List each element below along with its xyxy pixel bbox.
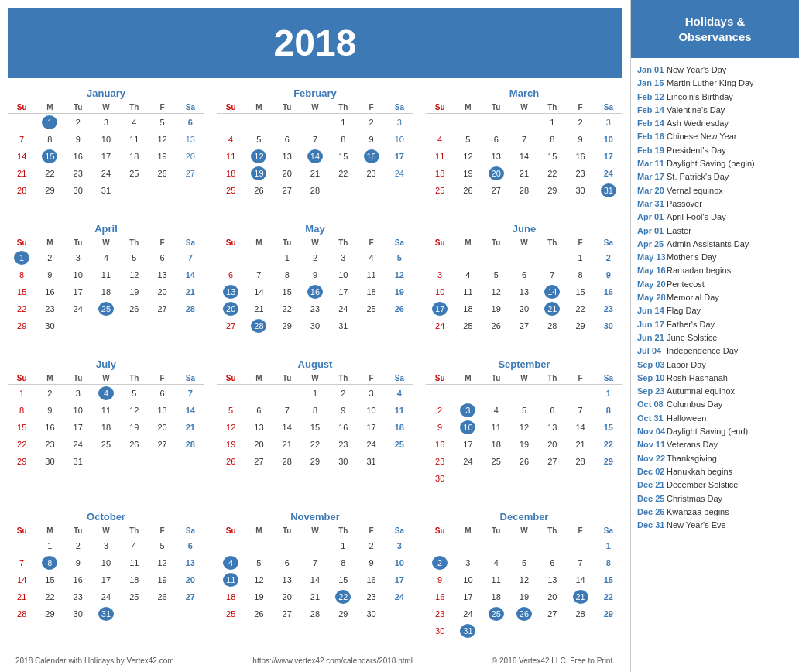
calendar-day: 6 [273, 131, 301, 148]
calendar-day: 30 [301, 317, 329, 334]
calendar-day: 17 [64, 419, 92, 436]
calendar-day: 1 [8, 249, 36, 267]
calendar-day: 11 [92, 266, 120, 283]
holiday-name: Memorial Day [667, 292, 719, 303]
holiday-name: Ramadan begins [667, 265, 731, 276]
calendar-day: 24 [92, 588, 120, 605]
calendar-day: 5 [454, 131, 482, 148]
calendar-day: 4 [217, 554, 245, 571]
holiday-date: May 16 [637, 265, 667, 276]
calendar-day: 17 [595, 148, 622, 165]
calendar-day [426, 385, 454, 403]
calendar-day: 20 [482, 165, 510, 182]
calendar-day: 25 [92, 436, 120, 453]
calendar-day: 11 [120, 554, 148, 571]
calendar-day: 16 [36, 283, 63, 300]
calendar-day [538, 385, 566, 403]
calendar-day: 6 [273, 554, 301, 571]
calendar-day [148, 605, 176, 622]
calendar-day: 12 [148, 131, 176, 148]
holiday-name: Mother's Day [667, 252, 716, 262]
calendar-day: 24 [386, 588, 413, 605]
calendar-day: 10 [329, 266, 357, 283]
calendar-day: 9 [426, 571, 454, 588]
holiday-name: Father's Day [667, 319, 715, 330]
calendar-day: 31 [357, 453, 385, 470]
calendar-day: 12 [120, 402, 148, 419]
calendar-day: 18 [92, 283, 120, 300]
month-table: SuMTuWThFSa12345678910111213141516171819… [8, 237, 204, 334]
calendar-day [217, 114, 245, 132]
calendar-day: 21 [177, 283, 204, 300]
holiday-date: Dec 25 [637, 493, 667, 504]
calendar-day: 7 [538, 266, 566, 283]
calendar-day: 20 [538, 588, 566, 605]
calendar-day: 5 [245, 554, 273, 571]
calendar-day: 12 [386, 266, 413, 283]
calendar-day [357, 317, 385, 334]
calendar-day: 13 [273, 571, 301, 588]
holiday-name: Kwanzaa begins [667, 506, 729, 517]
calendar-day: 17 [357, 419, 385, 436]
calendar-day: 21 [8, 165, 36, 182]
holiday-list: Jan 01New Year's DayJan 15Martin Luther … [631, 58, 799, 672]
calendar-day: 9 [64, 131, 92, 148]
calendar-day [386, 605, 413, 622]
calendar-day: 25 [217, 182, 245, 199]
calendar-day: 14 [177, 266, 204, 283]
calendar-day: 26 [217, 453, 245, 470]
calendar-day: 12 [217, 419, 245, 436]
month-table: SuMTuWThFSa12345678910111213141516171819… [426, 525, 622, 639]
holiday-date: Feb 14 [637, 118, 667, 129]
calendar-day: 22 [8, 436, 36, 453]
month-table: SuMTuWThFSa12345678910111213141516171819… [217, 101, 413, 199]
holiday-item: Nov 04Daylight Saving (end) [637, 426, 793, 437]
calendar-day: 30 [357, 605, 385, 622]
calendar-day: 26 [454, 182, 482, 199]
calendar-day: 10 [357, 402, 385, 419]
holiday-item: Jun 21June Solstice [637, 332, 793, 343]
calendar-day: 3 [64, 385, 92, 403]
holiday-item: Apr 01Easter [637, 225, 793, 236]
calendar-day [454, 385, 482, 403]
calendar-day: 20 [245, 436, 273, 453]
calendar-day: 29 [566, 317, 594, 334]
calendar-day: 12 [245, 571, 273, 588]
holiday-name: St. Patrick's Day [667, 171, 729, 182]
holiday-date: Feb 19 [637, 145, 667, 156]
calendar-day [177, 453, 204, 470]
calendar-day: 1 [329, 537, 357, 555]
holiday-date: May 28 [637, 292, 667, 303]
calendar-day: 3 [454, 402, 482, 419]
calendar-day: 9 [36, 402, 63, 419]
calendar-day: 10 [386, 554, 413, 571]
calendar-day [217, 249, 245, 267]
calendar-day: 5 [386, 249, 413, 267]
calendar-day: 11 [217, 571, 245, 588]
calendar-day: 19 [120, 283, 148, 300]
calendar-day: 15 [538, 148, 566, 165]
month-table: SuMTuWThFSa12345678910111213141516171819… [426, 237, 622, 334]
month-table: SuMTuWThFSa12345678910111213141516171819… [8, 372, 204, 470]
calendar-day: 1 [36, 537, 63, 555]
calendar-day: 19 [148, 571, 176, 588]
calendar-day: 18 [357, 283, 385, 300]
month-table: SuMTuWThFSa12345678910111213141516171819… [426, 101, 622, 199]
calendar-day [538, 249, 566, 267]
sidebar-header: Holidays &Observances [631, 0, 799, 58]
calendar-day: 12 [510, 419, 538, 436]
calendar-day: 27 [273, 182, 301, 199]
calendar-day: 31 [92, 182, 120, 199]
calendar-day: 19 [510, 436, 538, 453]
calendar-day: 10 [64, 402, 92, 419]
calendar-day [566, 385, 594, 403]
holiday-name: Admin Assistants Day [667, 238, 749, 249]
holiday-date: Oct 31 [637, 413, 667, 423]
holiday-date: Oct 08 [637, 399, 667, 410]
calendar-day: 19 [482, 300, 510, 317]
calendar-day: 22 [8, 300, 36, 317]
calendar-day: 9 [329, 402, 357, 419]
holiday-item: Mar 17St. Patrick's Day [637, 171, 793, 182]
calendar-day: 25 [357, 300, 385, 317]
calendar-day: 30 [64, 182, 92, 199]
